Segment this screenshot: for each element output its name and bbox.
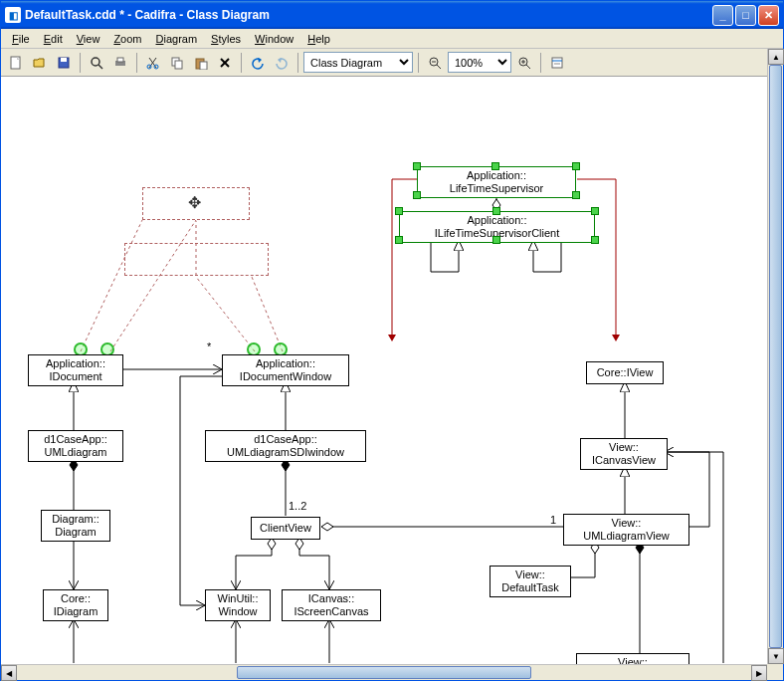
redo-icon[interactable]	[271, 52, 293, 74]
svg-line-29	[196, 277, 255, 351]
svg-line-27	[81, 220, 142, 351]
svg-line-18	[437, 65, 441, 69]
svg-rect-6	[117, 58, 123, 62]
multiplicity-1: 1	[550, 514, 556, 526]
svg-rect-24	[552, 58, 562, 68]
class-winutil-window[interactable]: WinUtil::Window	[205, 589, 271, 621]
svg-point-9	[147, 65, 151, 69]
svg-line-21	[526, 65, 530, 69]
menubar: File Edit View Zoom Diagram Styles Windo…	[1, 29, 783, 49]
scroll-left-button[interactable]: ◀	[1, 665, 17, 681]
class-lifetimesupervisor[interactable]: Application::LifeTimeSupervisor	[417, 166, 576, 198]
print-icon[interactable]	[109, 52, 131, 74]
copy-icon[interactable]	[166, 52, 188, 74]
svg-point-10	[154, 65, 158, 69]
app-icon: ◧	[5, 7, 21, 23]
class-umldiagram[interactable]: d1CaseApp::UMLdiagram	[28, 430, 123, 462]
scroll-down-button[interactable]: ▼	[768, 648, 784, 664]
multiplicity-star: *	[207, 340, 211, 352]
diagram-type-select[interactable]: Class Diagram	[303, 52, 413, 73]
menu-help[interactable]: Help	[300, 31, 337, 47]
svg-line-30	[252, 277, 283, 351]
cut-icon[interactable]	[142, 52, 164, 74]
scroll-thumb-v[interactable]	[769, 65, 782, 648]
move-cursor-icon: ✥	[188, 193, 201, 212]
menu-view[interactable]: View	[70, 31, 107, 47]
maximize-button[interactable]: □	[735, 5, 756, 26]
minimize-button[interactable]: _	[712, 5, 733, 26]
svg-rect-2	[61, 58, 67, 62]
toolbar: Class Diagram 100%	[1, 49, 783, 77]
zoom-out-icon[interactable]	[424, 52, 446, 74]
class-idocument[interactable]: Application::IDocument	[28, 354, 123, 386]
class-umldiagramsdiwindow[interactable]: d1CaseApp::UMLdiagramSDIwindow	[205, 430, 366, 462]
properties-icon[interactable]	[546, 52, 568, 74]
class-umldiagramview[interactable]: View::UMLdiagramView	[563, 514, 689, 546]
undo-icon[interactable]	[247, 52, 269, 74]
class-icanvasview[interactable]: View::ICanvasView	[580, 438, 668, 470]
diagram-canvas[interactable]: ✥ Application::LifeTimeSupervisor Applic…	[1, 77, 783, 678]
menu-window[interactable]: Window	[248, 31, 300, 47]
svg-marker-33	[388, 335, 396, 341]
svg-rect-14	[200, 62, 207, 70]
svg-marker-34	[612, 335, 620, 341]
window-title: DefaultTask.cdd * - Cadifra - Class Diag…	[25, 8, 712, 22]
horizontal-scrollbar[interactable]: ◀ ▶	[1, 664, 767, 680]
scroll-thumb-h[interactable]	[237, 666, 530, 679]
class-core-iview[interactable]: Core::IView	[586, 361, 664, 384]
class-clientview[interactable]: ClientView	[251, 517, 320, 540]
class-idocumentwindow[interactable]: Application::IDocumentWindow	[222, 354, 349, 386]
svg-line-4	[98, 65, 102, 69]
new-icon[interactable]	[5, 52, 27, 74]
titlebar[interactable]: ◧ DefaultTask.cdd * - Cadifra - Class Di…	[1, 1, 783, 29]
menu-styles[interactable]: Styles	[204, 31, 248, 47]
zoom-in-icon[interactable]	[513, 52, 535, 74]
class-iscreencanvas[interactable]: ICanvas::IScreenCanvas	[282, 589, 381, 621]
class-diagram[interactable]: Diagram::Diagram	[41, 510, 110, 542]
svg-line-28	[110, 220, 196, 351]
scroll-up-button[interactable]: ▲	[768, 49, 784, 65]
menu-zoom[interactable]: Zoom	[106, 31, 148, 47]
zoom-select[interactable]: 100%	[448, 52, 511, 73]
svg-rect-12	[175, 61, 182, 69]
menu-diagram[interactable]: Diagram	[149, 31, 205, 47]
menu-file[interactable]: File	[5, 31, 37, 47]
svg-point-3	[92, 58, 99, 66]
vertical-scrollbar[interactable]: ▲ ▼	[767, 49, 783, 664]
scrollbar-corner	[767, 664, 783, 680]
save-icon[interactable]	[53, 52, 75, 74]
close-button[interactable]: ✕	[758, 5, 779, 26]
ghost-box-2	[124, 243, 269, 276]
class-idiagram[interactable]: Core::IDiagram	[43, 589, 108, 621]
menu-edit[interactable]: Edit	[37, 31, 70, 47]
find-icon[interactable]	[86, 52, 107, 74]
class-defaulttask[interactable]: View::DefaultTask	[490, 566, 571, 597]
app-window: ◧ DefaultTask.cdd * - Cadifra - Class Di…	[0, 0, 784, 681]
delete-icon[interactable]	[214, 52, 236, 74]
open-icon[interactable]	[29, 52, 51, 74]
scroll-right-button[interactable]: ▶	[751, 665, 767, 681]
paste-icon[interactable]	[190, 52, 212, 74]
multiplicity-1-2: 1..2	[289, 500, 306, 512]
